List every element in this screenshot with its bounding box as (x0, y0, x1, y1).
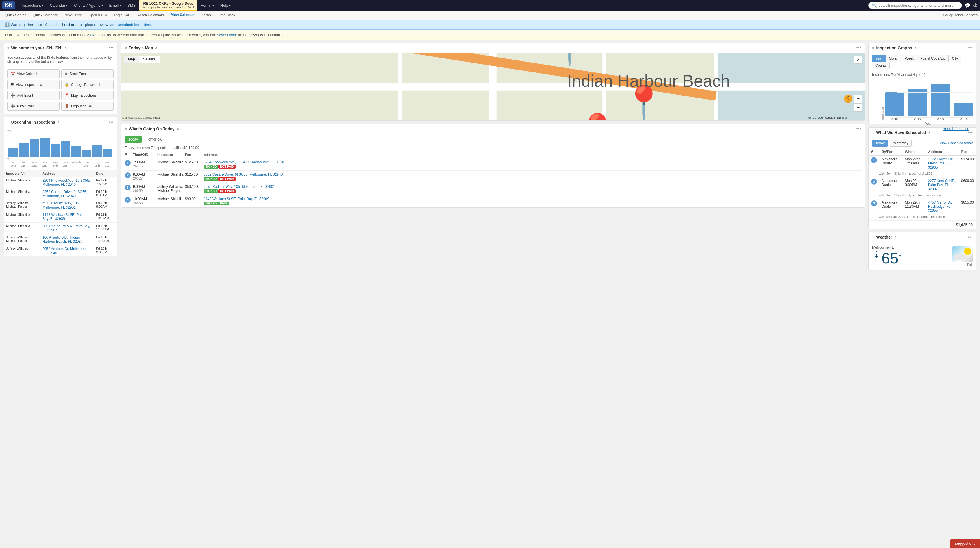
collapse-welcome-icon[interactable]: ∧ (64, 46, 67, 50)
collapse-upcoming-icon[interactable]: ∧ (57, 120, 60, 124)
collapse-map-icon[interactable]: ∧ (155, 46, 158, 50)
graph-tab-week[interactable]: Week (902, 55, 917, 62)
more-info-link[interactable]: more information (943, 127, 969, 131)
sched-num: 2 (871, 179, 877, 184)
app-logo[interactable]: ISN (2, 2, 15, 9)
chart-y-zero: 0 (7, 157, 114, 160)
weather-header: ≡ Weather ∧ ••• (869, 232, 976, 243)
insp-address-link[interactable]: 1143 Weslaco St SE, Palm Bay, FL 32909 (204, 197, 269, 201)
sched-address-link[interactable]: 4757 Merlot Dr, Rockledge, FL 32955 (928, 200, 952, 213)
change-password-button[interactable]: 🔒 Change Password (61, 80, 114, 89)
quick-calendar-link[interactable]: Quick Calendar (30, 11, 60, 19)
nav-inspections[interactable]: Inspections ▾ (19, 2, 46, 9)
map-street-view-icon[interactable]: 🧍 (844, 95, 852, 103)
sched-address-link[interactable]: 2277 Kent St NE, Palm Bay, FL 32907 (928, 179, 955, 191)
live-chat-link[interactable]: Live Chat (90, 33, 106, 37)
address-link[interactable]: 4575 Radiant Way, 105, Melbourne, FL 329… (42, 201, 80, 210)
map-zoom-in-btn[interactable]: + (854, 95, 862, 103)
open-csi-link[interactable]: Open a CSI (86, 11, 110, 19)
logout-icon: 🚪 (65, 104, 69, 108)
insp-inspector: Michael Shishilla (158, 160, 184, 164)
logout-button[interactable]: 🚪 Logout of ISN (61, 102, 114, 111)
power-icon[interactable]: ⏻ (973, 3, 978, 8)
insp-address-link[interactable]: 8204 Knotwood Ave, 1L SC55, Melbourne, F… (204, 160, 285, 164)
log-call-link[interactable]: Log a Call (111, 11, 132, 19)
map-tab-satellite[interactable]: Satellite (139, 56, 160, 63)
add-event-button[interactable]: ➕ Add Event (7, 91, 60, 100)
weather-image (952, 246, 973, 262)
upcoming-menu-icon[interactable]: ••• (109, 119, 114, 125)
nav-google-doc[interactable]: IRE 1Q21 OKRs - Google Docs docs.google.… (139, 0, 197, 11)
graph-tab-year[interactable]: Year (872, 55, 886, 62)
map-fullscreen-btn[interactable]: ⤢ (854, 56, 862, 64)
chart-label-3: Tue 23rd (40, 161, 50, 167)
view-inspections-button[interactable]: ☰ View Inspections (7, 80, 60, 89)
graphs-menu-icon[interactable]: ••• (968, 45, 973, 51)
sched-byfor-cell: Alexandra Dubler (879, 177, 902, 193)
graph-tab-month[interactable]: Month (886, 55, 902, 62)
map-menu-icon[interactable]: ••• (856, 45, 861, 51)
insp-inspector: Jeffrey Williams, Michael Folger (158, 184, 184, 193)
address-link[interactable]: 3352 Casare Drive, 9I SC55, Melbourne, F… (42, 190, 87, 198)
chart-labels: Sat 20thSun 21stMon 22ndTue 23rdWed 24th… (7, 160, 114, 168)
time-clock-link[interactable]: Time Clock (215, 11, 238, 19)
new-order-button[interactable]: ➕ New Order (7, 102, 60, 111)
welcome-menu-icon[interactable]: ••• (109, 45, 114, 51)
tasks-link[interactable]: Tasks (199, 11, 214, 19)
map-zoom-out-btn[interactable]: − (854, 103, 862, 111)
insp-address-link[interactable]: 3352 Casare Drive, 9I SC55, Melbourne, F… (204, 172, 283, 176)
graphs-title: Inspection Graphs ∧ (876, 46, 966, 50)
nav-email[interactable]: Email ▾ (107, 2, 124, 9)
sched-yesterday-tab[interactable]: Yesterday (890, 140, 912, 147)
badge-signed: SIGNED (204, 189, 218, 193)
address-link[interactable]: 106 Atlantic Blvd, Indian Harbour Beach,… (42, 235, 83, 244)
nav-clients-agents[interactable]: Clients / Agents ▾ (71, 2, 105, 9)
map-terms[interactable]: Terms of Use Report a map error (807, 116, 847, 119)
switch-back-link[interactable]: switch back (217, 33, 237, 37)
insp-address-link[interactable]: 4575 Radiant Way, 105, Melbourne, FL 329… (204, 184, 275, 189)
address-link[interactable]: 1143 Weslaco St SE, Palm Bay, FL 32909 (42, 213, 84, 221)
map-tab-map[interactable]: Map (124, 56, 139, 63)
nav-calendar[interactable]: Calendar ▾ (47, 2, 70, 9)
list-icon: ☰ (11, 83, 14, 87)
x-axis-label: Year (872, 122, 973, 125)
new-order-link[interactable]: New Order (62, 11, 84, 19)
graph-tab-city[interactable]: City (948, 55, 961, 62)
graph-tab-postal[interactable]: Postal Code/Zip (917, 55, 948, 62)
address-link[interactable]: 3052 Addison Dr, Melbourne, FL 32940 (42, 247, 88, 255)
nav-sms[interactable]: SMS (124, 2, 138, 9)
unscheduled-link[interactable]: unscheduled orders. (118, 22, 152, 27)
weather-menu-icon[interactable]: ••• (968, 235, 973, 240)
chat-icon[interactable]: 💬 (965, 3, 970, 8)
inspector-cell: Michael Shishilla (4, 222, 40, 233)
tomorrow-tab[interactable]: Tomorrow (143, 136, 166, 143)
address-link[interactable]: 305 Rheine Rd NW, Palm Bay, FL 32907 (42, 224, 90, 232)
nav-admin[interactable]: Admin ▾ (198, 2, 217, 9)
search-input[interactable] (878, 3, 958, 8)
sched-today-tab[interactable]: Today (872, 140, 888, 147)
nav-help[interactable]: Help ▾ (217, 2, 234, 9)
collapse-whats-icon[interactable]: ∧ (177, 127, 179, 131)
collapse-weather-icon[interactable]: ∧ (894, 235, 897, 239)
address-link[interactable]: 8204 Knotwood Ave, 1L SC55, Melbourne, F… (42, 178, 90, 187)
map-inspections-button[interactable]: 📍 Map Inspections (61, 91, 114, 100)
switch-calendars-link[interactable]: Switch Calendars (134, 11, 167, 19)
nav-search-box[interactable]: 🔍 (869, 2, 962, 9)
send-email-button[interactable]: ✉ Send Email (61, 69, 114, 78)
collapse-graphs-icon[interactable]: ∧ (914, 46, 916, 50)
show-canceled-link[interactable]: Show Canceled today (939, 141, 973, 145)
graph-tab-county[interactable]: County (872, 62, 890, 69)
today-tab[interactable]: Today (125, 136, 142, 143)
more-info: more information (872, 125, 973, 133)
chart-label-4: Wed 24th (51, 161, 60, 167)
chart-label-0: Sat 20th (8, 161, 18, 167)
address-cell: 1143 Weslaco St SE, Palm Bay, FL 32909 (40, 211, 94, 222)
sched-address-link[interactable]: 1772 Clover Cir, Melbourne, FL 32935 (928, 157, 953, 170)
address-cell: 8204 Knotwood Ave, 1L SC55, Melbourne, F… (40, 177, 94, 188)
insp-fee: $99.00 (185, 197, 202, 201)
view-calendar-link[interactable]: View Calendar (168, 11, 198, 19)
table-row: with: John Shishilla type: 4pt & 1802 (869, 171, 976, 177)
whats-menu-icon[interactable]: ••• (856, 126, 861, 132)
quick-search-link[interactable]: Quick Search (2, 11, 29, 19)
view-calendar-button[interactable]: 📅 View Calendar (7, 69, 60, 78)
